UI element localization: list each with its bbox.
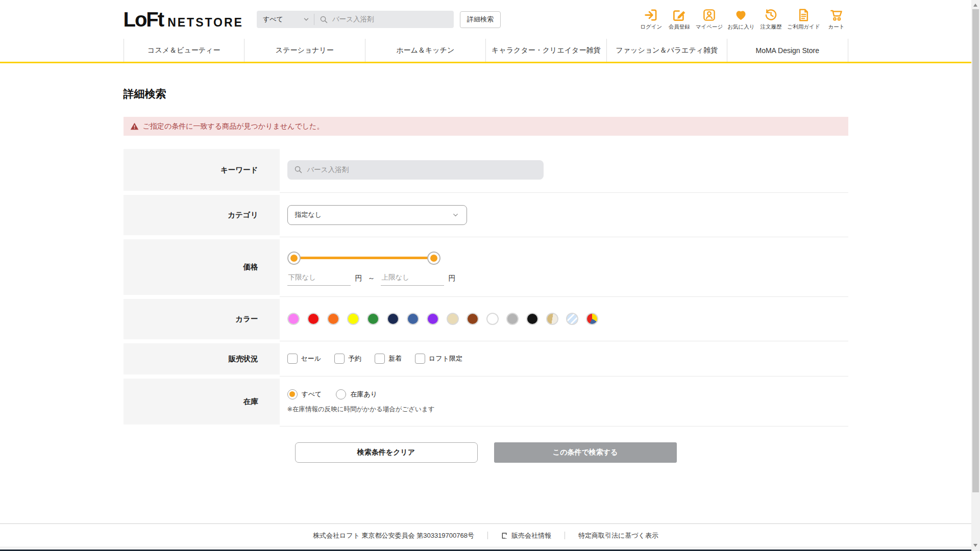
search-bar: すべて バース入浴剤 <box>257 11 454 28</box>
keyword-input[interactable]: バース入浴剤 <box>287 160 544 180</box>
nav-item-stationery[interactable]: ステーショナリー <box>244 39 365 62</box>
guide-link[interactable]: ご利用ガイド <box>788 8 820 31</box>
detail-search-button[interactable]: 詳細検索 <box>460 11 501 28</box>
checkbox-label: 予約 <box>348 354 361 363</box>
register-icon <box>672 8 686 22</box>
checkbox-label: セール <box>301 354 322 363</box>
footer: 株式会社ロフト 東京都公安委員会 第303319700768号 販売会社情報 特… <box>0 523 971 547</box>
slider-handle-min[interactable] <box>287 252 301 265</box>
sales-status-label: 販売状況 <box>124 343 280 374</box>
price-min-input[interactable]: 下限なし <box>287 272 351 286</box>
order-history-link[interactable]: 注文履歴 <box>760 8 783 31</box>
footer-company-info-link[interactable]: 販売会社情報 <box>501 531 551 540</box>
stock-label: 在庫 <box>124 379 280 424</box>
scrollbar-thumb[interactable] <box>972 9 979 492</box>
color-swatch-green[interactable] <box>367 313 379 325</box>
color-swatch-white[interactable] <box>486 313 499 325</box>
price-range-slider <box>288 252 439 265</box>
checkbox-box <box>334 354 345 364</box>
keyword-label: キーワード <box>124 149 280 191</box>
logo-netstore-text: NETSTORE <box>167 16 243 30</box>
checkbox-preorder[interactable]: 予約 <box>334 354 361 364</box>
form-row-keyword: キーワード バース入浴剤 <box>124 147 848 193</box>
mypage-link[interactable]: マイページ <box>696 8 723 31</box>
nav-item-fashion[interactable]: ファッション＆バラエティ雑貨 <box>606 39 727 62</box>
form-actions: 検索条件をクリア この条件で検索する <box>124 442 848 463</box>
scrollbar[interactable] <box>971 0 980 551</box>
search-input[interactable]: バース入浴剤 <box>314 15 454 24</box>
scrollbar-up-arrow[interactable] <box>973 4 977 7</box>
nav-item-character[interactable]: キャラクター・クリエイター雑貨 <box>485 39 606 62</box>
price-max-input[interactable]: 上限なし <box>381 272 444 286</box>
order-history-label: 注文履歴 <box>761 23 782 31</box>
checkbox-loft-exclusive[interactable]: ロフト限定 <box>415 354 462 364</box>
nav-item-cosme[interactable]: コスメ＆ビューティー <box>124 39 244 62</box>
category-select[interactable]: 指定なし <box>287 205 467 225</box>
color-swatch-blue[interactable] <box>407 313 419 325</box>
color-swatch-beige[interactable] <box>447 313 459 325</box>
page: LoFt NETSTORE すべて バース入浴剤 詳細検索 <box>0 0 971 551</box>
color-swatch-red[interactable] <box>307 313 320 325</box>
color-swatch-yellow[interactable] <box>347 313 359 325</box>
price-unit-max: 円 <box>449 274 456 283</box>
color-swatch-brown[interactable] <box>467 313 479 325</box>
clear-conditions-button[interactable]: 検索条件をクリア <box>295 442 478 463</box>
checkbox-sale[interactable]: セール <box>287 354 322 364</box>
search-query-text: バース入浴剤 <box>332 15 374 24</box>
form-row-stock: 在庫 すべて 在庫あり ※在庫情報の反映に時間がかかる場合がございます <box>124 377 848 427</box>
company-icon <box>501 532 508 539</box>
category-label: カテゴリ <box>124 195 280 235</box>
radio-dot <box>289 391 295 397</box>
checkbox-new[interactable]: 新着 <box>375 354 402 364</box>
color-label: カラー <box>124 299 280 339</box>
order-history-icon <box>764 8 778 22</box>
radio-label: 在庫あり <box>350 390 377 399</box>
color-swatch-clear[interactable] <box>566 313 578 325</box>
radio-circle <box>287 389 298 399</box>
footer-legal-link[interactable]: 特定商取引法に基づく表示 <box>578 531 658 540</box>
cart-icon <box>829 8 843 22</box>
color-swatch-pink[interactable] <box>287 313 300 325</box>
header-search: すべて バース入浴剤 詳細検索 <box>257 11 501 28</box>
mypage-label: マイページ <box>696 23 723 31</box>
favorites-link[interactable]: お気に入り <box>727 8 754 31</box>
mypage-icon <box>702 8 716 22</box>
scrollbar-down-arrow[interactable] <box>973 544 977 547</box>
color-swatch-multicolor[interactable] <box>586 313 598 325</box>
color-swatch-purple[interactable] <box>427 313 439 325</box>
color-swatches <box>287 313 848 325</box>
nav-item-home-kitchen[interactable]: ホーム＆キッチン <box>365 39 486 62</box>
login-label: ログイン <box>640 23 662 31</box>
footer-divider <box>565 532 565 539</box>
warning-icon <box>130 122 139 131</box>
radio-in-stock[interactable]: 在庫あり <box>336 389 377 399</box>
price-unit-min: 円 <box>355 274 362 283</box>
price-separator: ～ <box>368 274 375 283</box>
color-swatch-gold[interactable] <box>546 313 558 325</box>
radio-circle <box>336 389 346 399</box>
search-with-conditions-button[interactable]: この条件で検索する <box>494 442 677 463</box>
slider-track[interactable] <box>293 257 434 259</box>
search-category-select[interactable]: すべて <box>257 11 314 28</box>
checkbox-box <box>287 354 298 364</box>
color-swatch-orange[interactable] <box>327 313 339 325</box>
checkbox-box <box>375 354 385 364</box>
loft-logo[interactable]: LoFt NETSTORE <box>124 9 243 30</box>
checkbox-label: 新着 <box>388 354 402 363</box>
login-link[interactable]: ログイン <box>640 8 663 31</box>
footer-company-info-label: 販売会社情報 <box>511 531 551 540</box>
color-swatch-navy[interactable] <box>387 313 399 325</box>
cart-label: カート <box>828 23 845 31</box>
color-swatch-black[interactable] <box>526 313 538 325</box>
color-swatch-gray[interactable] <box>506 313 519 325</box>
slider-handle-max[interactable] <box>427 252 440 265</box>
register-link[interactable]: 会員登録 <box>668 8 691 31</box>
nav-item-moma[interactable]: MoMA Design Store <box>727 39 848 62</box>
price-inputs: 下限なし 円 ～ 上限なし 円 <box>287 272 848 286</box>
radio-all[interactable]: すべて <box>287 389 322 399</box>
stock-note: ※在庫情報の反映に時間がかかる場合がございます <box>287 405 848 414</box>
form-row-price: 価格 下限なし 円 ～ 上限なし 円 <box>124 237 848 297</box>
chevron-down-icon <box>452 211 459 219</box>
cart-link[interactable]: カート <box>825 8 848 31</box>
page-title: 詳細検索 <box>124 87 848 101</box>
